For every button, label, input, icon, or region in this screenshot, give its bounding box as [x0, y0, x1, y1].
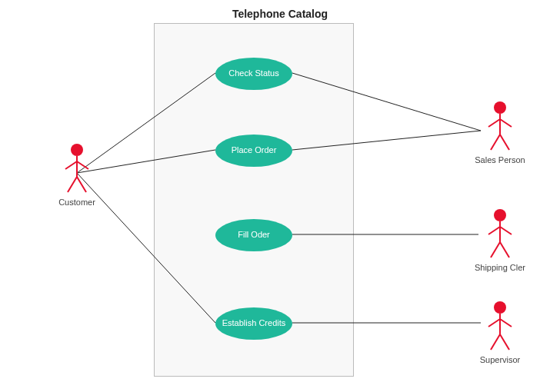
svg-point-25 — [494, 301, 506, 314]
usecase-label: Fill Oder — [238, 230, 270, 240]
usecase-establish-credits[interactable]: Establish Credits — [215, 307, 292, 340]
usecase-label: Check Status — [228, 68, 278, 78]
actor-label: Sales Person — [469, 155, 531, 164]
svg-line-17 — [491, 135, 500, 150]
person-icon — [485, 300, 515, 354]
usecase-label: Place Order — [232, 145, 277, 155]
usecase-place-order[interactable]: Place Order — [215, 135, 292, 167]
svg-point-19 — [494, 209, 506, 221]
person-icon — [485, 100, 515, 154]
person-icon — [485, 208, 515, 261]
actor-label: Shipping Cler — [469, 263, 531, 272]
svg-line-9 — [65, 161, 77, 169]
svg-line-24 — [500, 242, 509, 257]
svg-line-22 — [500, 227, 512, 234]
actor-supervisor[interactable]: Supervisor — [469, 300, 531, 364]
svg-line-11 — [68, 177, 77, 192]
svg-line-10 — [77, 161, 88, 169]
usecase-label: Establish Credits — [222, 318, 286, 328]
svg-point-7 — [71, 144, 83, 156]
usecase-check-status[interactable]: Check Status — [215, 58, 292, 90]
svg-line-28 — [500, 319, 512, 327]
svg-line-30 — [500, 334, 509, 350]
actor-label: Customer — [46, 198, 108, 207]
svg-line-16 — [500, 119, 512, 127]
actor-shipping-clerk[interactable]: Shipping Cler — [469, 208, 531, 272]
actor-label: Supervisor — [469, 355, 531, 364]
usecase-fill-order[interactable]: Fill Oder — [215, 219, 292, 251]
svg-point-13 — [494, 101, 506, 114]
svg-line-23 — [491, 242, 500, 257]
svg-line-15 — [488, 119, 500, 127]
actor-customer[interactable]: Customer — [46, 142, 108, 207]
diagram-title: Telephone Catalog — [0, 8, 560, 20]
svg-line-21 — [488, 227, 500, 234]
actor-sales-person[interactable]: Sales Person — [469, 100, 531, 164]
svg-line-12 — [77, 177, 86, 192]
svg-line-29 — [491, 334, 500, 350]
svg-line-18 — [500, 135, 509, 150]
person-icon — [62, 142, 92, 196]
svg-line-27 — [488, 319, 500, 327]
